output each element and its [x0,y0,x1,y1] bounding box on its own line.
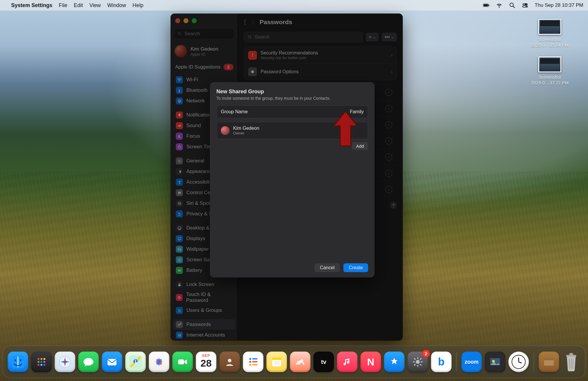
svg-point-58 [41,364,43,366]
members-field: Kim Gedeon Owner [216,122,368,139]
svg-line-88 [414,364,416,366]
svg-point-59 [44,364,46,366]
menu-help[interactable]: Help [133,2,143,9]
control-center-icon[interactable] [522,2,528,9]
svg-line-102 [573,359,573,369]
group-name-field: Group Name Family [216,105,368,118]
dock-facetime[interactable] [172,352,193,372]
svg-rect-78 [272,357,281,360]
menu-window[interactable]: Window [107,2,126,9]
dock-music[interactable] [337,352,358,372]
settings-badge: 2 [422,350,430,357]
dock-safari[interactable] [55,352,75,372]
svg-point-70 [228,359,231,362]
dock-app-store[interactable] [384,352,405,372]
svg-line-100 [569,359,570,369]
svg-line-87 [420,364,422,366]
group-name-input[interactable]: Family [350,109,364,114]
svg-rect-63 [108,359,116,365]
member-row[interactable]: Kim Gedeon Owner [221,126,259,135]
file-name-line1: Screenshot [539,75,561,80]
dock-reminders[interactable] [243,352,263,372]
file-name-line2: 2023-0....37.22 PM [531,80,569,85]
svg-point-54 [38,361,40,363]
menu-view[interactable]: View [89,2,101,9]
member-avatar-icon [221,126,230,135]
battery-icon[interactable] [483,2,490,9]
menu-edit[interactable]: Edit [74,2,83,9]
dock-news[interactable]: N [360,352,381,372]
svg-line-89 [420,358,422,360]
create-button-label: Create [349,265,363,270]
dock-clock[interactable] [508,352,529,372]
dock-bing[interactable]: b [431,352,452,372]
menu-bar: System Settings File Edit View Window He… [0,0,588,11]
sheet-title: New Shared Group [216,89,368,95]
dock-zoom[interactable]: zoom [461,352,482,372]
new-shared-group-sheet: New Shared Group To invite someone to th… [210,82,375,277]
svg-point-81 [416,360,420,364]
svg-point-55 [41,361,43,363]
svg-rect-97 [544,358,554,360]
menu-app-name[interactable]: System Settings [11,2,52,9]
svg-point-95 [518,361,519,362]
svg-rect-1 [484,4,488,6]
svg-rect-5 [522,4,527,5]
svg-rect-6 [522,6,527,7]
svg-point-73 [249,361,251,363]
svg-rect-74 [252,361,258,362]
svg-point-49 [14,360,16,361]
dock-trash[interactable] [562,351,580,372]
dock-freeform[interactable] [290,352,310,372]
dock-messages[interactable] [78,352,99,372]
calendar-month-label: SEP [196,354,216,358]
dock-separator [534,352,534,371]
file-name-line1: Screenshot [539,37,561,42]
dock-tv[interactable]: tv [313,352,334,372]
file-name-line2: 2023-0....35.54 PM [531,43,569,48]
svg-point-7 [523,4,524,5]
dock-calendar[interactable]: SEP28 [196,352,216,372]
svg-rect-99 [569,353,573,355]
file-thumbnail-icon [538,19,561,35]
svg-point-91 [492,360,495,363]
cancel-button[interactable]: Cancel [315,263,340,272]
dock-mail[interactable] [102,352,122,372]
sheet-subtitle: To invite someone to the group, they mus… [216,96,368,101]
dock-maps[interactable] [125,352,146,372]
dock-launchpad[interactable] [31,352,52,372]
svg-line-86 [414,358,416,360]
svg-rect-76 [252,364,258,365]
desktop-screenshot-2[interactable]: Screenshot 2023-0....37.22 PM [526,56,573,86]
desktop-screenshot-1[interactable]: Screenshot 2023-0....35.54 PM [526,19,573,48]
dock-notes[interactable] [266,352,287,372]
dock-photos[interactable] [149,352,169,372]
spotlight-icon[interactable] [509,2,515,9]
svg-point-50 [20,360,21,361]
svg-rect-69 [178,360,184,365]
add-member-button[interactable]: Add [352,142,368,150]
dock-system-settings[interactable]: 2 [407,352,428,372]
dock-preview[interactable] [485,352,505,372]
wifi-icon[interactable] [496,2,502,9]
svg-point-57 [38,364,40,366]
svg-point-75 [249,364,251,366]
dock: SEP28 tv N 2 b zoom [3,346,585,378]
menu-file[interactable]: File [59,2,67,9]
dock-finder[interactable] [8,352,28,372]
menu-clock[interactable]: Thu Sep 28 10:37 PM [535,2,583,8]
dock-downloads-stack[interactable] [539,352,559,372]
dock-separator [456,352,457,371]
svg-point-56 [44,361,46,363]
member-role: Owner [233,131,259,135]
svg-point-51 [38,358,40,360]
svg-point-71 [249,358,251,360]
svg-rect-98 [566,355,576,357]
member-name: Kim Gedeon [233,126,259,131]
dock-contacts[interactable] [219,352,240,372]
file-thumbnail-icon [538,56,561,72]
cancel-button-label: Cancel [320,265,335,270]
svg-rect-72 [252,358,258,360]
create-button[interactable]: Create [343,263,368,272]
svg-point-52 [41,358,43,360]
